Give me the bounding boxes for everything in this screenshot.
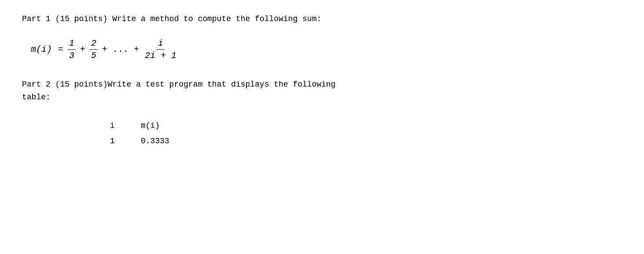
frac1-denominator: 3 bbox=[68, 50, 76, 61]
part2-description: Part 2 (15 points)Write a test program t… bbox=[22, 78, 622, 104]
frac3-denominator: 2i + 1 bbox=[143, 50, 178, 61]
table-header-i: i bbox=[110, 121, 123, 130]
formula-block: m(i) = 1 3 + 2 5 + ... + i 2i + 1 bbox=[31, 38, 622, 61]
fraction-3: i 2i + 1 bbox=[143, 38, 178, 61]
ellipsis: ... bbox=[113, 44, 128, 54]
table-header-row: i m(i) bbox=[110, 121, 622, 130]
table-cell-mi: 0.3333 bbox=[141, 137, 176, 145]
frac2-numerator: 2 bbox=[90, 38, 98, 50]
table-header-mi: m(i) bbox=[141, 121, 176, 130]
plus-2: + bbox=[102, 44, 107, 54]
plus-3: + bbox=[134, 44, 139, 54]
fraction-1: 1 3 bbox=[68, 38, 76, 61]
formula-lhs: m(i) bbox=[31, 44, 52, 54]
part2-line2: table: bbox=[22, 91, 622, 104]
frac3-numerator: i bbox=[157, 38, 165, 50]
frac1-numerator: 1 bbox=[68, 38, 76, 50]
part2-line1: Part 2 (15 points)Write a test program t… bbox=[22, 78, 622, 91]
formula-equals: = bbox=[58, 44, 63, 54]
table-row: 1 0.3333 bbox=[110, 137, 622, 145]
plus-1: + bbox=[80, 44, 85, 54]
part1-text: Part 1 (15 points) Write a method to com… bbox=[22, 15, 322, 23]
table-cell-i: 1 bbox=[110, 137, 123, 145]
part1-description: Part 1 (15 points) Write a method to com… bbox=[22, 13, 622, 25]
output-table: i m(i) 1 0.3333 bbox=[110, 121, 622, 145]
frac2-denominator: 5 bbox=[90, 50, 98, 61]
fraction-2: 2 5 bbox=[90, 38, 98, 61]
